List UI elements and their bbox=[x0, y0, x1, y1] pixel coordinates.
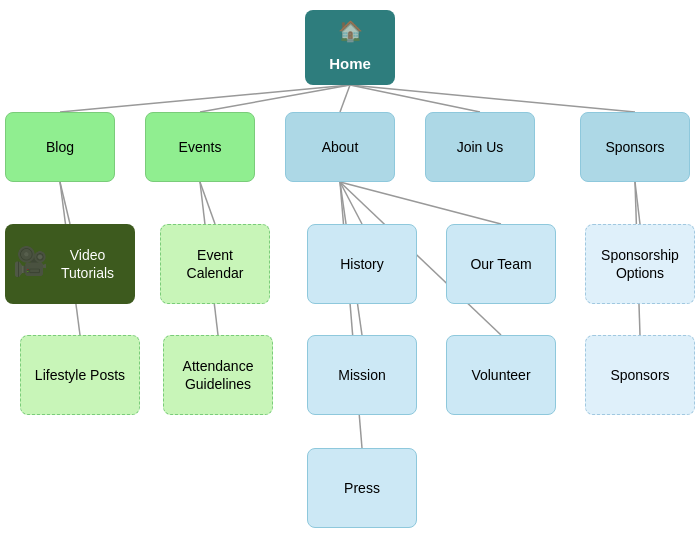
svg-line-1 bbox=[200, 85, 350, 112]
event-calendar-node[interactable]: Event Calendar bbox=[160, 224, 270, 304]
join-us-node[interactable]: Join Us bbox=[425, 112, 535, 182]
svg-line-3 bbox=[350, 85, 480, 112]
blog-node[interactable]: Blog bbox=[5, 112, 115, 182]
sponsors-node[interactable]: Sponsors bbox=[580, 112, 690, 182]
press-node[interactable]: Press bbox=[307, 448, 417, 528]
history-node[interactable]: History bbox=[307, 224, 417, 304]
lifestyle-posts-node[interactable]: Lifestyle Posts bbox=[20, 335, 140, 415]
events-node[interactable]: Events bbox=[145, 112, 255, 182]
home-label: Home bbox=[305, 54, 395, 74]
attendance-guidelines-node[interactable]: Attendance Guidelines bbox=[163, 335, 273, 415]
svg-line-4 bbox=[350, 85, 635, 112]
svg-line-7 bbox=[200, 182, 215, 224]
mission-node[interactable]: Mission bbox=[307, 335, 417, 415]
home-node[interactable]: 🏠 Home bbox=[305, 10, 395, 85]
svg-line-5 bbox=[60, 182, 70, 224]
sponsors2-node[interactable]: Sponsors bbox=[585, 335, 695, 415]
home-icon: 🏠 bbox=[338, 18, 363, 44]
svg-line-14 bbox=[635, 182, 640, 224]
svg-line-2 bbox=[340, 85, 350, 112]
about-node[interactable]: About bbox=[285, 112, 395, 182]
svg-line-9 bbox=[340, 182, 362, 224]
sponsorship-options-node[interactable]: Sponsorship Options bbox=[585, 224, 695, 304]
volunteer-node[interactable]: Volunteer bbox=[446, 335, 556, 415]
video-icon: 🎥 bbox=[13, 244, 48, 280]
svg-line-10 bbox=[340, 182, 501, 224]
our-team-node[interactable]: Our Team bbox=[446, 224, 556, 304]
video-tutorials-node[interactable]: 🎥 Video Tutorials bbox=[5, 224, 135, 304]
svg-line-0 bbox=[60, 85, 350, 112]
